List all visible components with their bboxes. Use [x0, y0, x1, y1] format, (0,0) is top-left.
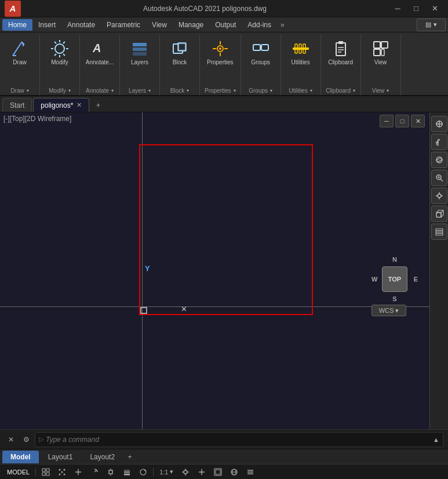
statusbar-settings-button[interactable] — [179, 466, 192, 478]
statusbar-osnap-button[interactable] — [104, 466, 117, 478]
statusbar-globe-button[interactable] — [228, 466, 241, 478]
workspace-switcher[interactable]: ▤ ▾ — [417, 19, 446, 31]
ribbon-layers-button[interactable]: Layers — [125, 37, 155, 67]
ribbon-properties-button[interactable]: Properties — [205, 37, 235, 67]
svg-point-72 — [59, 473, 61, 475]
menu-annotate[interactable]: Annotate — [61, 19, 101, 31]
svg-line-5 — [63, 42, 65, 43]
autocad-logo: A — [5, 1, 21, 17]
viewport-header-label: [-][Top][2D Wireframe] — [3, 115, 71, 123]
menu-output[interactable]: Output — [209, 19, 242, 31]
properties-icon — [211, 39, 230, 58]
statusbar-grid-button[interactable] — [39, 466, 52, 478]
menu-manage[interactable]: Manage — [173, 19, 209, 31]
groups-icon — [252, 39, 270, 58]
tab-model[interactable]: Model — [2, 451, 39, 463]
statusbar-snap-button[interactable] — [56, 466, 68, 478]
close-button[interactable]: ✕ — [426, 2, 443, 15]
ribbon-group-utilities: Utilities Utilities ▾ — [281, 35, 321, 95]
clipboard-dropdown-arrow[interactable]: ▾ — [353, 88, 355, 93]
statusbar-lineweight-button[interactable] — [121, 466, 133, 478]
svg-line-77 — [94, 470, 97, 472]
svg-rect-93 — [216, 470, 220, 474]
navcube-top-face[interactable]: TOP — [382, 266, 407, 292]
command-settings-button[interactable]: ⚙ — [20, 433, 32, 446]
statusbar: MODEL 1:1 ▾ — [0, 464, 448, 479]
new-tab-button[interactable]: + — [92, 99, 104, 112]
svg-rect-41 — [141, 308, 147, 313]
ribbon-modify-group-label: Modify ▾ — [49, 87, 70, 95]
svg-rect-37 — [374, 42, 380, 48]
statusbar-ortho-button[interactable] — [72, 466, 85, 478]
menu-view[interactable]: View — [146, 19, 173, 31]
wcs-dropdown-icon: ▾ — [395, 307, 399, 315]
menu-insert[interactable]: Insert — [32, 19, 61, 31]
statusbar-plus-button[interactable] — [195, 466, 208, 478]
viewport-minimize-button[interactable]: ─ — [380, 115, 394, 127]
tab-poligonos-close[interactable]: ✕ — [77, 101, 82, 109]
add-layout-button[interactable]: + — [124, 451, 136, 463]
ribbon-annotate-group-label: Annotate ▾ — [86, 87, 114, 95]
maximize-button[interactable]: □ — [407, 2, 425, 15]
command-arrow-button[interactable]: ▲ — [433, 436, 439, 443]
layers-tool-button[interactable] — [431, 224, 447, 240]
svg-rect-68 — [42, 473, 45, 476]
ribbon-annotate-button[interactable]: A Annotate... — [85, 37, 115, 67]
status-separator-1 — [35, 468, 36, 476]
modify-dropdown-arrow[interactable]: ▾ — [68, 88, 71, 93]
properties-dropdown-arrow[interactable]: ▾ — [234, 88, 236, 93]
menu-parametric[interactable]: Parametric — [101, 19, 146, 31]
command-input[interactable] — [46, 436, 431, 444]
hand-tool-button[interactable] — [431, 134, 447, 150]
ribbon-draw-label: Draw — [13, 59, 26, 65]
tab-poligonos-label: poligonos* — [41, 101, 73, 109]
tab-poligonos[interactable]: poligonos* ✕ — [33, 98, 89, 112]
annotate-dropdown-arrow[interactable]: ▾ — [111, 88, 114, 93]
svg-point-73 — [64, 473, 65, 475]
wcs-button[interactable]: WCS ▾ — [371, 305, 406, 316]
statusbar-scale-label[interactable]: 1:1 ▾ — [157, 466, 176, 478]
navcube-north: N — [392, 256, 397, 263]
menu-overflow[interactable]: » — [277, 19, 288, 31]
statusbar-transparency-button[interactable] — [137, 466, 150, 478]
tab-layout1[interactable]: Layout1 — [40, 451, 81, 463]
ribbon-draw-button[interactable]: Draw — [5, 37, 35, 67]
ribbon-group-draw: Draw Draw ▾ — [0, 35, 40, 95]
layers-dropdown-arrow[interactable]: ▾ — [148, 88, 151, 93]
view-dropdown-arrow[interactable]: ▾ — [387, 88, 389, 93]
statusbar-model-label[interactable]: MODEL — [5, 466, 32, 478]
ribbon-utilities-button[interactable]: Utilities — [286, 37, 316, 67]
svg-rect-64 — [436, 231, 443, 233]
zoom-tool-button[interactable] — [431, 170, 447, 186]
orbit-tool-button[interactable] — [431, 152, 447, 168]
utilities-dropdown-arrow[interactable]: ▾ — [310, 88, 312, 93]
svg-point-3 — [55, 44, 64, 53]
svg-line-7 — [63, 54, 65, 56]
block-dropdown-arrow[interactable]: ▾ — [187, 88, 189, 93]
draw-dropdown-arrow[interactable]: ▾ — [27, 88, 29, 93]
ribbon-groups-button[interactable]: Groups — [246, 37, 276, 67]
menu-home[interactable]: Home — [2, 19, 32, 31]
settings-tool-button[interactable] — [431, 188, 447, 204]
pan-tool-button[interactable] — [431, 116, 447, 132]
statusbar-polar-button[interactable] — [88, 466, 101, 478]
viewport-restore-button[interactable]: □ — [395, 115, 409, 127]
ribbon-view-label: View — [374, 59, 387, 65]
command-clear-button[interactable]: ✕ — [5, 433, 17, 446]
minimize-button[interactable]: ─ — [389, 2, 406, 15]
tab-layout2[interactable]: Layout2 — [82, 451, 123, 463]
menu-addins[interactable]: Add-ins — [242, 19, 277, 31]
ribbon-modify-button[interactable]: Modify — [45, 37, 75, 67]
ribbon-view-button[interactable]: View — [366, 37, 396, 67]
viewport-canvas[interactable]: Y ✕ [-][Top][2D Wireframe] ─ □ ✕ TOP N S — [0, 112, 448, 429]
ribbon-block-button[interactable]: Block — [165, 37, 195, 67]
tab-start[interactable]: Start — [2, 98, 32, 112]
view-icon — [371, 39, 390, 58]
statusbar-menu-button[interactable] — [244, 466, 257, 478]
groups-dropdown-arrow[interactable]: ▾ — [270, 88, 272, 93]
viewcube-tool-button[interactable] — [431, 206, 447, 222]
ribbon-clipboard-button[interactable]: Clipboard — [326, 37, 356, 67]
viewport-close-button[interactable]: ✕ — [411, 115, 425, 127]
ribbon-draw-group-label: Draw ▾ — [10, 87, 28, 95]
statusbar-viewport-button[interactable] — [212, 466, 224, 478]
